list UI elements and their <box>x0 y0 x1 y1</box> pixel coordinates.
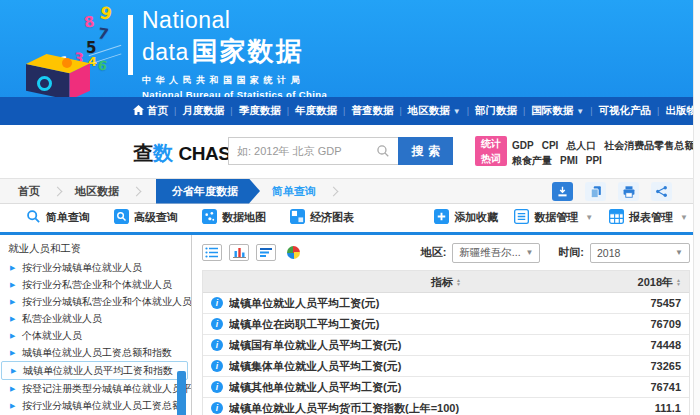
simple-query-button[interactable]: 简单查询 <box>26 209 90 226</box>
sidebar-item[interactable]: ▶按登记注册类型分城镇单位就业人员平均工 <box>0 380 191 397</box>
advanced-query-button[interactable]: 高级查询 <box>114 209 178 226</box>
hot-words: GDP CPI 总人口 社会消费品零售总额 粮食产量 PMI PPI <box>512 138 694 168</box>
nav-separator: | <box>590 106 592 116</box>
nav-item-census[interactable]: 普查数据 <box>346 104 398 118</box>
info-icon[interactable]: i <box>211 402 223 414</box>
copy-icon[interactable] <box>585 182 606 201</box>
sidebar-category-employment-wages[interactable]: 就业人员和工资 <box>0 238 191 259</box>
data-manage-button[interactable]: 数据管理 ▼ <box>514 209 593 226</box>
sidebar-item[interactable]: ▶个体就业人员 <box>0 327 191 344</box>
search-icon <box>376 144 390 162</box>
sort-icon[interactable]: ▲▼ <box>676 278 681 286</box>
sidebar-scrollbar-thumb[interactable] <box>177 371 186 415</box>
hot-word-grain[interactable]: 粮食产量 <box>512 153 552 168</box>
info-icon[interactable]: i <box>211 297 223 309</box>
sidebar-item[interactable]: ▶私营企业就业人员 <box>0 310 191 327</box>
row-value: 73265 <box>650 360 681 372</box>
chevron-right-icon <box>132 186 142 196</box>
info-icon[interactable]: i <box>211 360 223 372</box>
search-box: 搜索 <box>228 137 453 165</box>
chevron-down-icon: ▼ <box>525 248 533 257</box>
sidebar-item-selected[interactable]: ▶城镇单位就业人员平均工资和指数 <box>1 361 188 380</box>
download-icon[interactable] <box>552 182 573 201</box>
table-icon <box>609 209 624 226</box>
breadcrumb-simple-query[interactable]: 简单查询 <box>268 184 320 199</box>
row-value: 74448 <box>650 339 681 351</box>
nav-separator: | <box>467 106 469 116</box>
table-row[interactable]: i 城镇单位在岗职工平均工资(元) 76709 <box>203 314 689 335</box>
triangle-right-icon: ▶ <box>10 380 15 397</box>
hot-word-gdp[interactable]: GDP <box>512 138 534 153</box>
table-row[interactable]: i 城镇单位就业人员平均工资(元) 75457 <box>203 293 689 314</box>
data-map-button[interactable]: 数据地图 <box>202 209 266 226</box>
hot-word-retail[interactable]: 社会消费品零售总额 <box>604 138 694 153</box>
nav-item-department[interactable]: 部门数据 <box>470 104 522 118</box>
hot-word-population[interactable]: 总人口 <box>566 138 596 153</box>
sidebar-item[interactable]: ▶按行业分城镇单位就业人员工资总额 <box>0 397 191 414</box>
breadcrumb-actions <box>552 182 672 201</box>
page-scrollbar[interactable] <box>693 0 700 415</box>
breadcrumb-current-provincial-annual[interactable]: 分省年度数据 <box>156 179 260 204</box>
search-band: 查数 CHASHU 搜索 统计 热词 GDP CPI 总人口 社会消费品零售总额… <box>0 125 700 178</box>
nav-item-international[interactable]: 国际数据▼ <box>526 104 589 118</box>
add-favorite-button[interactable]: 添加收藏 <box>434 209 498 226</box>
data-map-icon <box>202 209 217 226</box>
sidebar-item[interactable]: ▶按行业分城镇私营企业和个体就业人员 <box>0 293 191 310</box>
hot-word-ppi[interactable]: PPI <box>586 153 602 168</box>
nav-item-quarterly[interactable]: 季度数据 <box>234 104 286 118</box>
table-row[interactable]: i 城镇国有单位就业人员平均工资(元) 74448 <box>203 335 689 356</box>
table-row[interactable]: i 城镇集体单位就业人员平均工资(元) 73265 <box>203 356 689 377</box>
sidebar-item[interactable]: ▶城镇单位就业人员工资总额和指数 <box>0 344 191 361</box>
breadcrumb-home[interactable]: 首页 <box>14 184 44 199</box>
triangle-right-icon: ▶ <box>10 259 15 276</box>
info-icon[interactable]: i <box>211 381 223 393</box>
decor-digit: 7 <box>97 24 110 44</box>
query-toolbar: 简单查询 高级查询 数据地图 经济图表 添加收藏 数据管理 ▼ <box>0 205 700 235</box>
data-table: 指标 ▲▼ 2018年 ▲▼ i 城镇单位就业人员平均工资(元) 75457 i… <box>202 270 690 415</box>
nav-item-home[interactable]: 首页 <box>128 104 173 118</box>
table-row[interactable]: i 城镇其他单位就业人员平均工资(元) 76741 <box>203 377 689 398</box>
site-header: 9 8 7 5 1 3 4 6 2 National data 国家数据 中华人… <box>0 0 700 97</box>
home-icon <box>133 105 144 117</box>
triangle-right-icon: ▶ <box>11 362 16 379</box>
sort-icon[interactable]: ▲▼ <box>456 278 461 286</box>
region-select[interactable]: 新疆维吾尔... ▼ <box>452 243 540 263</box>
hot-word-pmi[interactable]: PMI <box>560 153 578 168</box>
share-icon[interactable] <box>651 182 672 201</box>
search-input[interactable] <box>228 137 398 165</box>
chashu-logo-shu: 数 <box>153 142 173 164</box>
hot-word-cpi[interactable]: CPI <box>542 138 559 153</box>
cube-ring <box>37 76 52 91</box>
bar-chart-icon[interactable] <box>256 244 276 261</box>
nav-separator: | <box>657 106 659 116</box>
print-icon[interactable] <box>618 182 639 201</box>
time-select[interactable]: 2018 ▼ <box>590 243 690 263</box>
site-subtitle-cn: 中华人民共和国国家统计局 <box>142 74 327 87</box>
info-icon[interactable]: i <box>211 339 223 351</box>
column-header-indicator: 指标 <box>431 275 453 290</box>
nav-item-visualization[interactable]: 可视化产品 <box>594 104 657 118</box>
main-nav: 首页 | 月度数据 | 季度数据 | 年度数据 | 普查数据 | 地区数据▼ |… <box>0 97 700 125</box>
report-manage-button[interactable]: 报表管理 ▼ <box>609 209 688 226</box>
advanced-search-icon <box>114 209 129 226</box>
list-view-icon[interactable] <box>202 244 222 261</box>
table-row[interactable]: i 城镇单位就业人员平均货币工资指数(上年=100) 111.1 <box>203 398 689 415</box>
page: 9 8 7 5 1 3 4 6 2 National data 国家数据 中华人… <box>0 0 700 415</box>
pie-chart-icon[interactable] <box>285 244 301 261</box>
column-chart-icon[interactable] <box>229 244 249 261</box>
decor-digit: 8 <box>83 12 96 31</box>
site-title: National data 国家数据 中华人民共和国国家统计局 National… <box>142 7 327 97</box>
nav-item-regional[interactable]: 地区数据▼ <box>403 104 466 118</box>
nav-item-annual[interactable]: 年度数据 <box>290 104 342 118</box>
info-icon[interactable]: i <box>211 318 223 330</box>
search-icon <box>26 209 41 226</box>
search-button[interactable]: 搜索 <box>398 137 453 165</box>
nav-item-monthly[interactable]: 月度数据 <box>177 104 229 118</box>
sidebar-item[interactable]: ▶按行业分私营企业和个体就业人员 <box>0 276 191 293</box>
breadcrumb-regional-data[interactable]: 地区数据 <box>71 184 123 199</box>
sidebar-item[interactable]: ▶按行业分城镇单位就业人员 <box>0 259 191 276</box>
content: 就业人员和工资 ▶按行业分城镇单位就业人员 ▶按行业分私营企业和个体就业人员 ▶… <box>0 235 700 415</box>
economy-chart-button[interactable]: 经济图表 <box>290 209 354 226</box>
hot-badge-line2: 热词 <box>475 151 507 166</box>
site-title-en-line1: National <box>142 7 327 34</box>
